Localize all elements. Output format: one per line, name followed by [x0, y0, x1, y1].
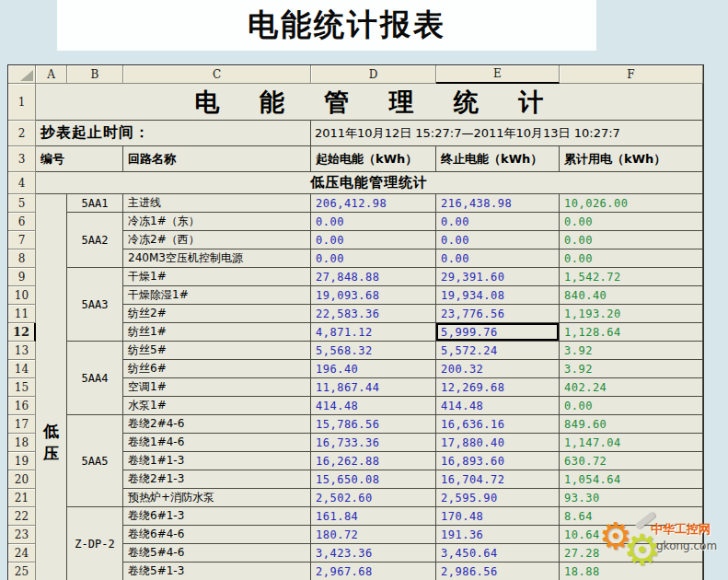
total-energy-cell[interactable]: 10.64 — [560, 526, 703, 544]
circuit-name-cell[interactable]: 卷绕2#1-3 — [123, 470, 311, 489]
end-energy-cell[interactable]: 0.00 — [436, 249, 560, 268]
total-energy-cell[interactable]: 3.92 — [560, 342, 703, 360]
total-energy-cell[interactable]: 10,026.00 — [560, 194, 703, 213]
select-all-corner[interactable] — [8, 65, 36, 84]
total-energy-cell[interactable]: 1,128.64 — [560, 323, 703, 342]
circuit-name-cell[interactable]: 主进线 — [123, 194, 311, 213]
group-label-cell[interactable]: 5AA3 — [67, 268, 123, 342]
circuit-name-cell[interactable]: 冷冻1#（东） — [123, 213, 311, 231]
total-energy-cell[interactable]: 8.64 — [560, 507, 703, 526]
row-header[interactable]: 19 — [8, 452, 36, 470]
row-header[interactable]: 23 — [8, 526, 36, 544]
total-energy-cell[interactable]: 1,193.20 — [560, 305, 703, 323]
meter-period-label-cell[interactable]: 抄表起止时间： — [36, 121, 311, 146]
row-header[interactable]: 15 — [8, 378, 36, 397]
start-energy-cell[interactable]: 22,583.36 — [311, 305, 436, 323]
end-energy-cell[interactable]: 200.32 — [436, 360, 560, 378]
total-energy-cell[interactable]: 0.00 — [560, 397, 703, 415]
sheet-title-cell[interactable]: 电 能 管 理 统 计 — [36, 84, 703, 121]
start-energy-cell[interactable]: 0.00 — [311, 213, 436, 231]
start-energy-cell[interactable]: 5,568.32 — [311, 342, 436, 360]
start-energy-cell[interactable]: 16,733.36 — [311, 434, 436, 452]
circuit-name-cell[interactable]: 卷绕6#1-3 — [123, 507, 311, 526]
total-energy-cell[interactable]: 18.88 — [560, 563, 703, 580]
start-energy-cell[interactable]: 180.72 — [311, 526, 436, 544]
circuit-name-cell[interactable]: 卷绕1#1-3 — [123, 452, 311, 470]
meter-period-value-cell[interactable]: 2011年10月12日 15:27:7—2011年10月13日 10:27:7 — [311, 121, 703, 146]
end-energy-cell[interactable]: 216,438.98 — [436, 194, 560, 213]
column-header-c[interactable]: C — [123, 65, 311, 84]
end-energy-cell[interactable]: 0.00 — [436, 213, 560, 231]
total-energy-cell[interactable]: 1,054.64 — [560, 470, 703, 489]
row-header[interactable]: 22 — [8, 507, 36, 526]
row-header[interactable]: 13 — [8, 342, 36, 360]
circuit-name-cell[interactable]: 空调1# — [123, 378, 311, 397]
row-header[interactable]: 6 — [8, 213, 36, 231]
total-energy-cell[interactable]: 0.00 — [560, 213, 703, 231]
row-header[interactable]: 8 — [8, 249, 36, 268]
start-energy-cell[interactable]: 11,867.44 — [311, 378, 436, 397]
circuit-name-cell[interactable]: 纺丝1# — [123, 323, 311, 342]
end-energy-cell[interactable]: 19,934.08 — [436, 286, 560, 305]
row-header[interactable]: 25 — [8, 563, 36, 580]
row-header[interactable]: 20 — [8, 470, 36, 489]
column-header-e[interactable]: E — [436, 65, 560, 84]
start-energy-cell[interactable]: 15,786.56 — [311, 415, 436, 434]
end-energy-cell[interactable]: 2,595.90 — [436, 489, 560, 507]
circuit-name-cell[interactable]: 干燥除湿1# — [123, 286, 311, 305]
start-energy-cell[interactable]: 196.40 — [311, 360, 436, 378]
voltage-side-label-cell[interactable]: 低压 — [36, 194, 67, 580]
end-energy-cell[interactable]: 191.36 — [436, 526, 560, 544]
start-energy-cell[interactable]: 15,650.08 — [311, 470, 436, 489]
row-header[interactable]: 5 — [8, 194, 36, 213]
row-header[interactable]: 12 — [8, 323, 36, 342]
section-title-cell[interactable]: 低压电能管理统计 — [36, 172, 703, 194]
total-energy-cell[interactable]: 1,147.04 — [560, 434, 703, 452]
start-energy-cell[interactable]: 2,502.60 — [311, 489, 436, 507]
group-label-cell[interactable]: 5AA4 — [67, 342, 123, 415]
total-energy-cell[interactable]: 27.28 — [560, 544, 703, 563]
row-header[interactable]: 24 — [8, 544, 36, 563]
end-energy-cell[interactable]: 17,880.40 — [436, 434, 560, 452]
start-energy-cell[interactable]: 3,423.36 — [311, 544, 436, 563]
total-energy-cell[interactable]: 0.00 — [560, 231, 703, 249]
row-header[interactable]: 10 — [8, 286, 36, 305]
row-header[interactable]: 18 — [8, 434, 36, 452]
header-end-energy-cell[interactable]: 终止电能（kWh） — [436, 146, 560, 172]
row-header[interactable]: 14 — [8, 360, 36, 378]
circuit-name-cell[interactable]: 卷绕5#1-3 — [123, 563, 311, 580]
total-energy-cell[interactable]: 630.72 — [560, 452, 703, 470]
start-energy-cell[interactable]: 414.48 — [311, 397, 436, 415]
end-energy-cell[interactable]: 29,391.60 — [436, 268, 560, 286]
circuit-name-cell[interactable]: 卷绕1#4-6 — [123, 434, 311, 452]
circuit-name-cell[interactable]: 卷绕2#4-6 — [123, 415, 311, 434]
header-id-cell[interactable]: 编号 — [36, 146, 123, 172]
end-energy-cell[interactable]: 3,450.64 — [436, 544, 560, 563]
total-energy-cell[interactable]: 1,542.72 — [560, 268, 703, 286]
group-label-cell[interactable]: 5AA2 — [67, 213, 123, 268]
total-energy-cell[interactable]: 840.40 — [560, 286, 703, 305]
end-energy-cell[interactable]: 23,776.56 — [436, 305, 560, 323]
circuit-name-cell[interactable]: 水泵1# — [123, 397, 311, 415]
row-header[interactable]: 21 — [8, 489, 36, 507]
row-header[interactable]: 2 — [8, 121, 36, 146]
row-header[interactable]: 16 — [8, 397, 36, 415]
end-energy-cell[interactable]: 414.48 — [436, 397, 560, 415]
start-energy-cell[interactable]: 27,848.88 — [311, 268, 436, 286]
total-energy-cell[interactable]: 402.24 — [560, 378, 703, 397]
column-header-d[interactable]: D — [311, 65, 436, 84]
header-start-energy-cell[interactable]: 起始电能（kWh） — [311, 146, 436, 172]
total-energy-cell[interactable]: 0.00 — [560, 249, 703, 268]
group-label-cell[interactable]: 5AA1 — [67, 194, 123, 213]
column-header-b[interactable]: B — [67, 65, 123, 84]
row-header[interactable]: 3 — [8, 146, 36, 172]
circuit-name-cell[interactable]: 纺丝2# — [123, 305, 311, 323]
start-energy-cell[interactable]: 16,262.88 — [311, 452, 436, 470]
end-energy-cell[interactable]: 0.00 — [436, 231, 560, 249]
group-label-cell[interactable]: 5AA5 — [67, 415, 123, 507]
end-energy-cell[interactable]: 12,269.68 — [436, 378, 560, 397]
row-header[interactable]: 7 — [8, 231, 36, 249]
total-energy-cell[interactable]: 93.30 — [560, 489, 703, 507]
row-header[interactable]: 1 — [8, 84, 36, 121]
circuit-name-cell[interactable]: 预热炉+消防水泵 — [123, 489, 311, 507]
